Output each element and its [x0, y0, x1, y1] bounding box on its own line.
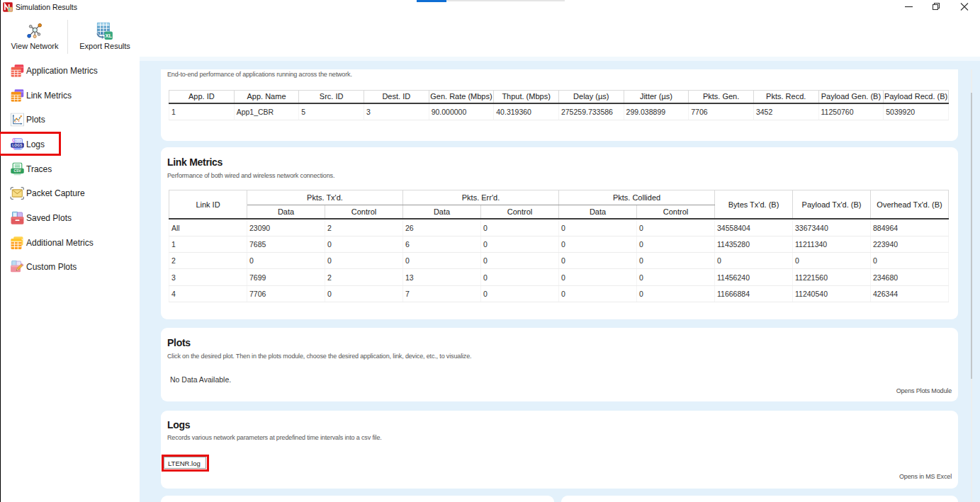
svg-text:XL: XL [105, 33, 112, 39]
svg-text:CSV: CSV [13, 169, 21, 173]
